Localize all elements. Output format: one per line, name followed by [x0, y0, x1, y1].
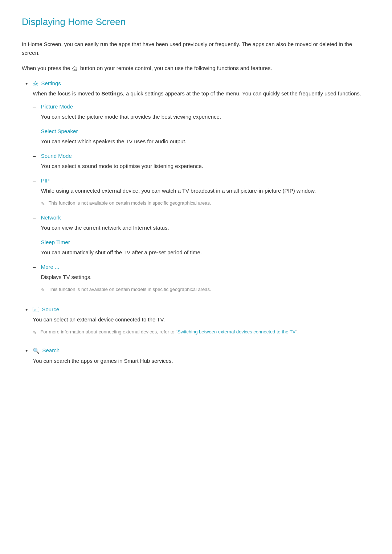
dash-sound-mode: –	[33, 152, 36, 160]
sub-item-select-speaker: – Select Speaker You can select which sp…	[33, 127, 370, 150]
main-list: • Settings When the focus is moved to Se…	[22, 79, 370, 370]
sub-label-sleep-timer: Sleep Timer	[41, 239, 70, 245]
sub-text-more: Displays TV settings.	[41, 273, 370, 282]
magnifier-icon: 🔍	[33, 346, 40, 355]
sub-text-picture-mode: You can select the picture mode that pro…	[41, 112, 370, 121]
dash-network: –	[33, 213, 36, 222]
gear-icon	[33, 81, 38, 87]
sub-label-more: More ...	[41, 264, 60, 270]
source-note-text: For more information about connecting ex…	[40, 328, 298, 336]
source-note-row: ✎ For more information about connecting …	[33, 328, 370, 337]
page-title: Displaying Home Screen	[22, 15, 370, 30]
source-icon	[33, 307, 39, 312]
pencil-icon-source: ✎	[33, 329, 37, 337]
dash-picture-mode: –	[33, 102, 36, 111]
settings-description: When the focus is moved to Settings, a q…	[33, 89, 370, 98]
sub-label-select-speaker: Select Speaker	[41, 128, 78, 134]
settings-list-item: • Settings When the focus is moved to Se…	[25, 79, 370, 300]
sub-label-pip: PIP	[41, 177, 50, 184]
search-list-item: • 🔍 Search You can search the apps or ga…	[25, 346, 370, 370]
sub-item-pip: – PIP While using a connected external d…	[33, 176, 370, 212]
sub-item-network: – Network You can view the current netwo…	[33, 213, 370, 237]
intro-paragraph-1: In Home Screen, you can easily run the a…	[22, 40, 370, 57]
sub-label-network: Network	[41, 214, 61, 221]
sub-item-sound-mode: – Sound Mode You can select a sound mode…	[33, 152, 370, 175]
pencil-icon-more: ✎	[41, 287, 45, 294]
source-link[interactable]: Switching between external devices conne…	[177, 329, 296, 335]
sub-label-sound-mode: Sound Mode	[41, 153, 72, 159]
intro-paragraph-2: When you press the button on your remote…	[22, 64, 370, 73]
pip-note-text: This function is not available on certai…	[49, 200, 211, 207]
settings-content: Settings When the focus is moved to Sett…	[33, 79, 370, 300]
source-list-item: • Source You can select an external devi…	[25, 305, 370, 341]
sub-text-sleep-timer: You can automatically shut off the TV af…	[41, 248, 370, 257]
more-note-row: ✎ This function is not available on cert…	[41, 286, 370, 294]
intro-post-text: button on your remote control, you can u…	[80, 65, 272, 71]
dash-more: –	[33, 263, 36, 271]
sub-text-sound-mode: You can select a sound mode to optimise …	[41, 162, 370, 171]
pencil-icon-pip: ✎	[41, 200, 45, 208]
source-text: You can select an external device connec…	[33, 315, 370, 324]
pip-note-row: ✎ This function is not available on cert…	[41, 200, 370, 208]
sub-text-network: You can view the current network and Int…	[41, 223, 370, 232]
sub-item-sleep-timer: – Sleep Timer You can automatically shut…	[33, 238, 370, 261]
search-label: 🔍 Search	[33, 347, 60, 353]
bullet-dot-source: •	[25, 305, 28, 315]
dash-sleep-timer: –	[33, 238, 36, 247]
sub-item-more: – More ... Displays TV settings. ✎ This …	[33, 263, 370, 299]
settings-sub-list: – Picture Mode You can select the pictur…	[33, 102, 370, 299]
intro-pre-text: When you press the	[22, 65, 72, 71]
dash-pip: –	[33, 176, 36, 185]
settings-label: Settings	[33, 80, 61, 86]
sub-text-pip: While using a connected external device,…	[41, 186, 370, 195]
dash-select-speaker: –	[33, 127, 36, 136]
svg-point-0	[35, 83, 37, 85]
sub-item-picture-mode: – Picture Mode You can select the pictur…	[33, 102, 370, 126]
sub-text-select-speaker: You can select which speakers the TV use…	[41, 137, 370, 146]
more-note-text: This function is not available on certai…	[49, 286, 211, 293]
search-content: 🔍 Search You can search the apps or game…	[33, 346, 370, 370]
bullet-dot-search: •	[25, 346, 28, 356]
search-text: You can search the apps or games in Smar…	[33, 357, 370, 365]
settings-bold-ref: Settings	[102, 90, 123, 97]
home-icon	[72, 66, 78, 71]
sub-label-picture-mode: Picture Mode	[41, 103, 73, 110]
source-label: Source	[33, 306, 59, 312]
source-content: Source You can select an external device…	[33, 305, 370, 341]
bullet-dot-settings: •	[25, 79, 28, 89]
